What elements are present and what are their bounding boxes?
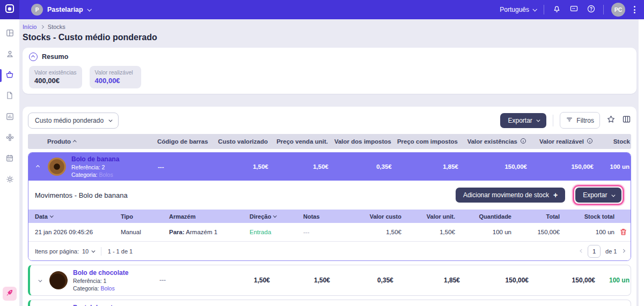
- info-icon[interactable]: [587, 138, 593, 145]
- sidebar-item-settings[interactable]: [0, 172, 19, 188]
- stock-value-cell: 150,00€: [459, 163, 528, 170]
- messages-button[interactable]: [569, 5, 579, 14]
- filters-button[interactable]: Filtros: [560, 112, 600, 129]
- collapse-summary-button[interactable]: [29, 53, 38, 61]
- movement-direction: Entrada: [250, 229, 303, 235]
- chat-icon: [569, 4, 579, 16]
- category-label: Categoria:: [73, 285, 99, 292]
- main-content: Início Stocks Stocks - Custo médio ponde…: [19, 19, 644, 306]
- chevron-right-icon: [40, 25, 43, 28]
- plus-icon: +: [553, 191, 558, 199]
- col-tipo: Tipo: [121, 213, 169, 220]
- col-valor-realizavel: Valor realizável: [528, 138, 594, 145]
- movement-cost: 1,50€: [349, 229, 402, 235]
- stock-cell: 100 un: [595, 163, 631, 170]
- language-label: Português: [500, 6, 529, 13]
- movement-date: 21 jan 2026 09:45:26: [35, 229, 121, 235]
- col-produto[interactable]: Produto: [47, 138, 157, 145]
- sidebar-item-sales[interactable]: [0, 68, 19, 84]
- summary-title: Resumo: [42, 53, 68, 61]
- app-logo[interactable]: [0, 0, 19, 19]
- col-data[interactable]: Data: [35, 213, 121, 220]
- price-with-taxes-cell: 1,85€: [393, 163, 459, 170]
- chevron-down-icon: [92, 249, 95, 252]
- scrollbar-track[interactable]: [638, 19, 644, 306]
- next-page-button[interactable]: [621, 249, 625, 252]
- sidebar-item-integrations[interactable]: [0, 130, 19, 146]
- columns-settings-button[interactable]: [622, 115, 631, 126]
- info-icon[interactable]: [520, 138, 526, 145]
- realizable-value-cell: 150,00€: [530, 277, 596, 284]
- product-row-bolo-de-banana[interactable]: Bolo de banana Referência: 2 Categoria: …: [28, 153, 631, 181]
- onboarding-launcher[interactable]: [3, 287, 17, 301]
- delete-movement-button[interactable]: [616, 228, 631, 237]
- items-per-page-label: Itens por página:: [35, 248, 79, 255]
- stocks-table-panel: Custo médio ponderado Exportar Filtros: [23, 107, 636, 306]
- filter-icon: [566, 116, 573, 125]
- col-valor-impostos: Valor dos impostos: [329, 138, 392, 145]
- items-per-page-select[interactable]: Itens por página: 10: [35, 248, 94, 255]
- basket-icon: [5, 70, 14, 81]
- col-codigo-barras: Código de barras: [157, 138, 211, 145]
- user-avatar[interactable]: PC: [611, 3, 625, 17]
- col-stock: Stock: [594, 138, 631, 145]
- add-stock-movement-label: Adicionar movimento de stock: [463, 191, 549, 199]
- expand-row-button[interactable]: [30, 279, 49, 282]
- hierarchy-icon: [5, 133, 14, 144]
- summary-panel: Resumo Valor existências 400,00€ Valor r…: [23, 48, 636, 94]
- sort-desc-icon: [50, 214, 53, 217]
- previous-page-button[interactable]: [580, 249, 583, 252]
- cost-cell: 1,50€: [211, 163, 269, 170]
- breadcrumb-home[interactable]: Início: [23, 24, 36, 30]
- person-icon: [5, 49, 14, 61]
- notifications-button[interactable]: [552, 5, 561, 14]
- stat-value: 400,00€: [95, 77, 136, 85]
- favorite-view-button[interactable]: [606, 115, 616, 126]
- logo-icon: [4, 3, 15, 16]
- bell-icon: [552, 4, 561, 16]
- company-switcher[interactable]: P Pastelariap: [31, 4, 91, 16]
- add-stock-movement-button[interactable]: Adicionar movimento de stock +: [456, 188, 565, 203]
- more-menu-button[interactable]: [633, 5, 636, 14]
- taxes-cell: 0,35€: [330, 163, 393, 170]
- product-row-bolo-de-chocolate[interactable]: Bolo de chocolate Referência: 1 Categori…: [28, 265, 631, 296]
- col-armazem: Armazém: [169, 213, 250, 220]
- sidebar-item-dashboard[interactable]: [0, 26, 19, 42]
- star-icon: [606, 115, 616, 126]
- chevron-down-icon: [611, 193, 614, 196]
- stock-cell: 100 un: [596, 277, 631, 284]
- valuation-method-select[interactable]: Custo médio ponderado: [28, 113, 119, 129]
- help-icon: [587, 4, 596, 16]
- collapse-row-button[interactable]: [28, 166, 48, 168]
- col-direcao[interactable]: Direção: [250, 213, 303, 220]
- movements-export-button[interactable]: Exportar: [575, 188, 621, 203]
- sidebar: [0, 19, 19, 306]
- sidebar-item-reports[interactable]: [0, 109, 19, 125]
- movements-header: Movimentos - Bolo de banana Adicionar mo…: [28, 181, 631, 210]
- barcode-cell: ---: [159, 277, 213, 284]
- category-label: Categoria:: [71, 171, 97, 178]
- current-page-box[interactable]: 1: [588, 245, 601, 258]
- company-name: Pastelariap: [47, 6, 83, 13]
- category-link[interactable]: Bolos: [100, 285, 114, 292]
- cost-cell: 1,50€: [213, 277, 271, 284]
- breadcrumb-current: Stocks: [48, 24, 65, 30]
- movements-export-label: Exportar: [583, 191, 607, 199]
- col-preco-venda: Preço venda unit.: [269, 138, 329, 145]
- chevron-up-icon: [31, 56, 34, 59]
- chevron-down-icon: [532, 7, 537, 11]
- category-link[interactable]: Bolos: [99, 171, 113, 178]
- export-button[interactable]: Exportar: [500, 113, 546, 128]
- sidebar-item-documents[interactable]: [0, 88, 19, 105]
- product-row-pastel-de-nata[interactable]: Pastel de nata Referência: 4 Categoria: …: [28, 300, 631, 306]
- divider: [544, 5, 544, 14]
- divider: [603, 5, 604, 14]
- unit-price-cell: 1,50€: [269, 163, 330, 170]
- movement-type: Manual: [121, 229, 169, 235]
- help-button[interactable]: [586, 5, 596, 14]
- sidebar-item-calendar[interactable]: [0, 151, 19, 167]
- sidebar-item-contacts[interactable]: [0, 47, 19, 63]
- col-custo-valorizado: Custo valorizado: [211, 138, 269, 145]
- stat-label: Valor realizável: [95, 69, 136, 76]
- language-selector[interactable]: Português: [500, 6, 536, 13]
